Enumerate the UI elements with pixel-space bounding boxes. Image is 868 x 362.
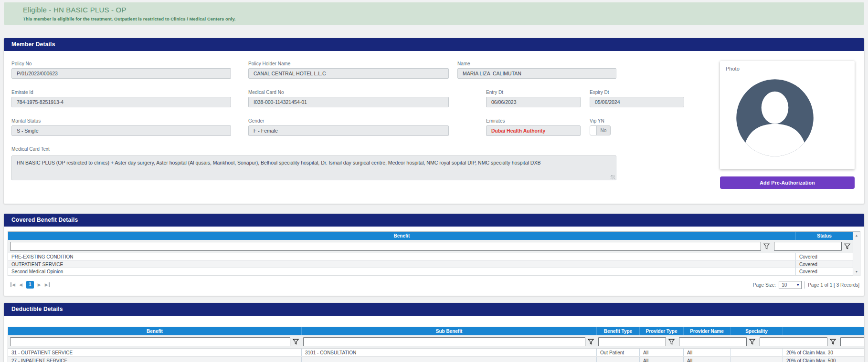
expiry-dt-input[interactable] [590,97,684,107]
next-page-icon[interactable]: ▶ [38,282,41,287]
filter-icon[interactable] [668,338,675,345]
deduct-provider-name-filter-input[interactable] [760,337,827,346]
deductible-table-row[interactable]: 27 - INPATIENT SERVICE All All 20% of Cl… [8,357,864,362]
add-pre-authorization-button[interactable]: Add Pre-Authorization [720,176,855,189]
resize-handle-icon[interactable] [611,175,615,179]
filter-icon[interactable] [587,338,594,345]
provider-name-cell: All [683,349,730,356]
benefit-cell: OUTPATIENT SERVICE [8,261,795,268]
medical-card-text-input[interactable]: HN BASIC PLUS (OP restricted to clinics)… [11,155,616,180]
first-page-icon[interactable]: ◀ [11,282,15,287]
deduct-provider-type-filter-input[interactable] [679,337,747,346]
current-page-button[interactable]: 1 [26,281,34,289]
deduct-speciality-filter-input[interactable] [840,337,864,346]
benefit-cell: 27 - INPATIENT SERVICE [8,357,301,362]
speciality-cell [730,357,783,362]
emirates-label: Emirates [486,118,581,124]
policy-no-input[interactable] [11,68,231,79]
sub-benefit-cell: 3101 - CONSULTATION [301,349,596,356]
deductible-filter-row [8,335,864,349]
provider-type-cell: All [639,357,683,362]
deduct-benefit-filter-input[interactable] [10,337,290,346]
deductible-table-header-row: Benefit Sub Benefit Benefit Type Provide… [8,327,864,335]
deduct-sub-benefit-filter-input[interactable] [303,337,585,346]
covered-col-status[interactable]: Status [795,232,853,240]
deductible-header: Deductible Details [4,303,864,316]
medical-card-no-label: Medical Card No [248,90,449,95]
speciality-cell [730,349,783,356]
scroll-up-icon[interactable]: ▲ [853,232,860,239]
status-cell: Covered [795,261,853,268]
deduct-benefit-type-filter-input[interactable] [598,337,666,346]
emirates-input[interactable] [486,125,581,136]
deductible-section: Deductible Details Benefit Sub Benefit B… [4,303,864,362]
deduct-col-sub-benefit[interactable]: Sub Benefit [301,327,596,335]
covered-status-filter-input[interactable] [774,242,842,251]
table-scrollbar[interactable]: ▲ ▼ [853,232,860,276]
divider [804,281,805,289]
filter-icon[interactable] [829,338,836,345]
deductible-body: Benefit Sub Benefit Benefit Type Provide… [4,316,864,362]
benefit-cell: PRE-EXISTING CONDITION [8,253,795,260]
covered-benefit-table: Benefit Status PRE-E [8,231,860,276]
member-details-section: Member Details Policy No Policy Holder N… [4,38,864,204]
medical-card-no-input[interactable] [248,97,449,107]
covered-col-benefit[interactable]: Benefit [8,232,795,240]
status-cell: Covered [795,253,853,260]
deduct-col-benefit[interactable]: Benefit [8,327,301,335]
medical-card-text-field-group: Medical Card Text [11,146,50,154]
vip-toggle-value: No [597,126,610,135]
filter-icon[interactable] [292,338,299,345]
deduct-col-provider-name[interactable]: Provider Name [683,327,730,335]
vip-field-group: Vip YN No [590,118,611,136]
page-size-label: Page Size: [753,282,776,288]
member-details-header: Member Details [4,38,864,51]
photo-panel: Photo [720,61,855,169]
gender-input[interactable] [248,125,449,136]
last-page-icon[interactable]: ▶ [45,282,50,287]
name-field-group: Name [457,61,616,79]
vip-toggle[interactable]: No [590,125,611,135]
expiry-dt-label: Expiry Dt [590,90,684,95]
benefit-cell: 31 - OUTPATIENT SERVICE [8,349,301,356]
covered-filter-row [8,240,853,253]
covered-table-row[interactable]: Second Medical Opinion Covered [8,268,853,276]
benefit-cell: Second Medical Opinion [8,268,795,275]
status-cell: Covered [795,268,853,275]
member-details-body: Policy No Policy Holder Name Name Emirat… [4,51,864,204]
entry-dt-input[interactable] [486,97,581,107]
policy-holder-input[interactable] [248,68,449,79]
medical-card-text-label: Medical Card Text [11,146,50,152]
deduct-col-benefit-type[interactable]: Benefit Type [596,327,639,335]
covered-benefit-body: Benefit Status PRE-E [4,227,864,289]
scroll-down-icon[interactable]: ▼ [853,269,860,275]
covered-benefit-header: Covered Benefit Details [4,214,864,227]
emirate-id-label: Emirate Id [11,90,231,95]
deduct-col-provider-type[interactable]: Provider Type [639,327,683,335]
deduct-col-description[interactable]: Description [783,327,864,335]
name-input[interactable] [457,68,616,79]
deduct-col-speciality[interactable]: Speciality [730,327,783,335]
marital-status-input[interactable] [11,125,231,136]
policy-no-field-group: Policy No [11,61,231,79]
filter-icon[interactable] [749,338,756,345]
emirates-field-group: Emirates [486,118,581,136]
medical-card-no-field-group: Medical Card No [248,90,449,107]
page-size-select[interactable]: 10 ▼ [779,281,802,289]
covered-table-row[interactable]: PRE-EXISTING CONDITION Covered [8,253,853,261]
deductible-table-row[interactable]: 31 - OUTPATIENT SERVICE 3101 - CONSULTAT… [8,349,864,357]
emirate-id-field-group: Emirate Id [11,90,231,107]
covered-benefit-filter-input[interactable] [10,242,761,251]
page-size-value: 10 [782,282,787,288]
filter-icon[interactable] [763,243,770,250]
photo-label: Photo [726,66,849,72]
prev-page-icon[interactable]: ◀ [19,282,22,287]
benefit-type-cell [596,357,639,362]
entry-dt-field-group: Entry Dt [486,90,581,107]
person-avatar-icon [734,77,815,158]
provider-name-cell: All [683,357,730,362]
filter-icon[interactable] [844,243,851,250]
policy-holder-label: Policy Holder Name [248,61,449,66]
covered-table-row[interactable]: OUTPATIENT SERVICE Covered [8,261,853,269]
emirate-id-input[interactable] [11,97,231,107]
